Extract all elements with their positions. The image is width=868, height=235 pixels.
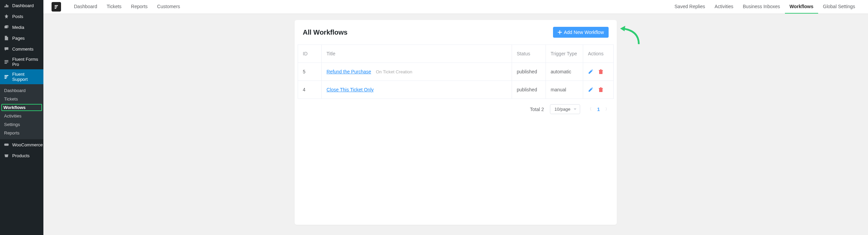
- cell-status: published: [512, 81, 546, 99]
- nav-customers[interactable]: Customers: [152, 0, 185, 14]
- nav-workflows[interactable]: Workflows: [785, 0, 818, 14]
- wp-admin-sidebar: Dashboard Posts Media Pages Comments Flu…: [0, 0, 43, 235]
- delete-icon[interactable]: [598, 87, 604, 92]
- workflows-table: ID Title Status Trigger Type Actions 5 R…: [298, 44, 614, 99]
- cell-trigger: manual: [546, 81, 583, 99]
- dashboard-icon: [3, 2, 9, 8]
- col-trigger: Trigger Type: [546, 45, 583, 63]
- submenu-tickets[interactable]: Tickets: [0, 95, 43, 103]
- sidebar-item-posts[interactable]: Posts: [0, 11, 43, 22]
- workflow-link[interactable]: Refund the Purchase: [327, 69, 371, 74]
- table-row: 4 Close This Ticket Only published manua…: [298, 81, 614, 99]
- delete-icon[interactable]: [598, 69, 604, 74]
- nav-saved-replies[interactable]: Saved Replies: [670, 0, 710, 14]
- sidebar-item-fluent-support[interactable]: Fluent Support: [0, 69, 43, 84]
- col-status: Status: [512, 45, 546, 63]
- workspace: All Workflows Add New Workflow ID Title …: [43, 14, 868, 235]
- nav-business-inboxes[interactable]: Business Inboxes: [738, 0, 785, 14]
- app-topbar: Dashboard Tickets Reports Customers Save…: [43, 0, 868, 14]
- cell-actions: [583, 63, 614, 81]
- add-workflow-button[interactable]: Add New Workflow: [553, 27, 609, 38]
- cell-status: published: [512, 63, 546, 81]
- col-actions: Actions: [583, 45, 614, 63]
- workflow-link[interactable]: Close This Ticket Only: [327, 87, 374, 92]
- nav-dashboard[interactable]: Dashboard: [69, 0, 102, 14]
- col-id: ID: [298, 45, 322, 63]
- table-row: 5 Refund the Purchase On Ticket Creation…: [298, 63, 614, 81]
- pager-page-1[interactable]: 1: [596, 105, 601, 113]
- svg-rect-0: [4, 144, 9, 146]
- cell-trigger: automatic: [546, 63, 583, 81]
- page-title: All Workflows: [303, 29, 348, 36]
- nav-left: Dashboard Tickets Reports Customers: [69, 0, 185, 14]
- cell-actions: [583, 81, 614, 99]
- product-icon: [3, 152, 9, 159]
- pagination: 〈 1 〉: [586, 105, 611, 113]
- nav-reports[interactable]: Reports: [126, 0, 152, 14]
- submenu-settings[interactable]: Settings: [0, 120, 43, 129]
- pin-icon: [3, 13, 9, 19]
- app-logo: [52, 2, 61, 12]
- edit-icon[interactable]: [588, 69, 593, 74]
- submenu-activities[interactable]: Activities: [0, 112, 43, 120]
- plus-icon: [558, 30, 562, 34]
- woo-icon: [3, 142, 9, 148]
- workflows-card: All Workflows Add New Workflow ID Title …: [295, 20, 617, 225]
- pager-prev-icon[interactable]: 〈: [586, 105, 593, 113]
- sidebar-submenu: Dashboard Tickets Workflows Activities S…: [0, 84, 43, 139]
- nav-activities[interactable]: Activities: [710, 0, 738, 14]
- media-icon: [3, 24, 9, 30]
- forms-icon: [3, 59, 9, 65]
- submenu-workflows[interactable]: Workflows: [1, 104, 42, 111]
- sidebar-item-pages[interactable]: Pages: [0, 33, 43, 43]
- support-icon: [3, 74, 9, 80]
- page-icon: [3, 35, 9, 41]
- workflow-subtext: On Ticket Creation: [376, 69, 412, 74]
- total-label: Total 2: [530, 107, 544, 112]
- nav-global-settings[interactable]: Global Settings: [818, 0, 860, 14]
- submenu-reports[interactable]: Reports: [0, 129, 43, 137]
- sidebar-item-media[interactable]: Media: [0, 22, 43, 33]
- pager-next-icon[interactable]: 〉: [604, 105, 611, 113]
- nav-tickets[interactable]: Tickets: [102, 0, 126, 14]
- sidebar-item-woocommerce[interactable]: WooCommerce: [0, 139, 43, 150]
- cell-title: Close This Ticket Only: [322, 81, 512, 99]
- col-title: Title: [322, 45, 512, 63]
- per-page-select[interactable]: 10/page: [550, 104, 580, 114]
- table-footer: Total 2 10/page 〈 1 〉: [295, 99, 617, 120]
- sidebar-item-comments[interactable]: Comments: [0, 43, 43, 54]
- edit-icon[interactable]: [588, 87, 593, 92]
- cell-id: 4: [298, 81, 322, 99]
- nav-right: Saved Replies Activities Business Inboxe…: [670, 0, 860, 14]
- comment-icon: [3, 46, 9, 52]
- sidebar-item-products[interactable]: Products: [0, 150, 43, 161]
- submenu-dashboard[interactable]: Dashboard: [0, 86, 43, 95]
- sidebar-item-fluent-forms[interactable]: Fluent Forms Pro: [0, 54, 43, 69]
- main-area: Dashboard Tickets Reports Customers Save…: [43, 0, 868, 235]
- sidebar-item-dashboard[interactable]: Dashboard: [0, 0, 43, 11]
- cell-title: Refund the Purchase On Ticket Creation: [322, 63, 512, 81]
- cell-id: 5: [298, 63, 322, 81]
